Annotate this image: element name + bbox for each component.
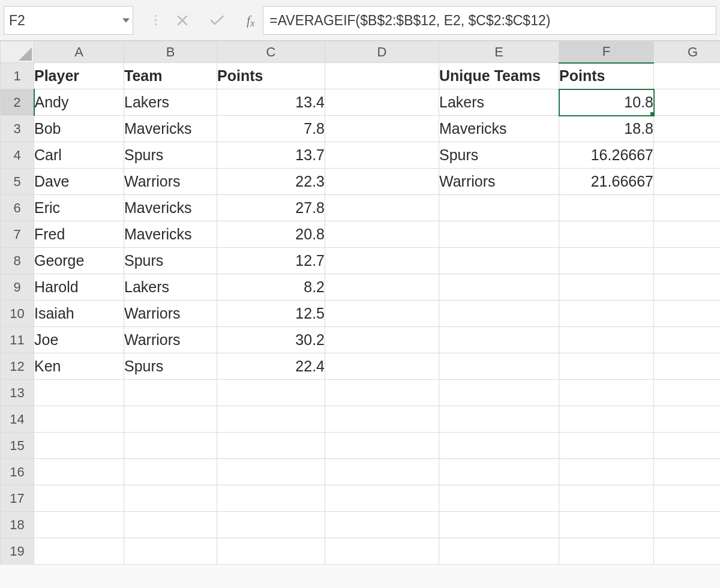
cell-C15[interactable] (217, 433, 325, 459)
row-header-5[interactable]: 5 (1, 169, 34, 195)
cell-G15[interactable] (654, 433, 721, 459)
cell-E9[interactable] (439, 274, 559, 301)
cell-E4[interactable]: Spurs (439, 142, 559, 169)
formula-input[interactable]: =AVERAGEIF($B$2:$B$12, E2, $C$2:$C$12) (263, 6, 716, 35)
cell-D8[interactable] (325, 248, 439, 274)
cell-D11[interactable] (325, 327, 439, 353)
cell-G2[interactable] (654, 89, 721, 116)
cell-D14[interactable] (325, 406, 439, 433)
cell-B11[interactable]: Warriors (124, 327, 217, 353)
cell-A5[interactable]: Dave (34, 169, 124, 195)
cell-A16[interactable] (34, 459, 124, 485)
cell-B2[interactable]: Lakers (124, 89, 217, 116)
accept-icon[interactable] (208, 11, 226, 29)
row-header-18[interactable]: 18 (1, 512, 34, 538)
cell-A18[interactable] (34, 512, 124, 538)
cell-E6[interactable] (439, 195, 559, 221)
cell-A13[interactable] (34, 380, 124, 406)
spreadsheet-grid[interactable]: ABCDEFG1PlayerTeamPointsUnique TeamsPoin… (0, 41, 720, 565)
cell-F6[interactable] (559, 195, 654, 221)
row-header-12[interactable]: 12 (1, 353, 34, 380)
cell-E8[interactable] (439, 248, 559, 274)
cell-B18[interactable] (124, 512, 217, 538)
column-header-A[interactable]: A (34, 41, 124, 63)
cell-D9[interactable] (325, 274, 439, 301)
cell-C2[interactable]: 13.4 (217, 89, 325, 116)
cell-E2[interactable]: Lakers (439, 89, 559, 116)
column-header-G[interactable]: G (654, 41, 721, 63)
cell-F5[interactable]: 21.66667 (559, 169, 654, 195)
cell-B6[interactable]: Mavericks (124, 195, 217, 221)
cell-F19[interactable] (559, 538, 654, 565)
cell-G10[interactable] (654, 301, 721, 327)
cell-G4[interactable] (654, 142, 721, 169)
row-header-6[interactable]: 6 (1, 195, 34, 221)
cell-B14[interactable] (124, 406, 217, 433)
row-header-7[interactable]: 7 (1, 221, 34, 248)
cell-C8[interactable]: 12.7 (217, 248, 325, 274)
cell-E5[interactable]: Warriors (439, 169, 559, 195)
cell-B8[interactable]: Spurs (124, 248, 217, 274)
cell-C11[interactable]: 30.2 (217, 327, 325, 353)
row-header-10[interactable]: 10 (1, 301, 34, 327)
cell-A10[interactable]: Isaiah (34, 301, 124, 327)
cell-B3[interactable]: Mavericks (124, 116, 217, 142)
cell-F16[interactable] (559, 459, 654, 485)
cell-G3[interactable] (654, 116, 721, 142)
column-header-C[interactable]: C (217, 41, 325, 63)
column-header-B[interactable]: B (124, 41, 217, 63)
cell-C16[interactable] (217, 459, 325, 485)
cell-D7[interactable] (325, 221, 439, 248)
cell-G18[interactable] (654, 512, 721, 538)
cell-D16[interactable] (325, 459, 439, 485)
cell-A2[interactable]: Andy (34, 89, 124, 116)
cell-B9[interactable]: Lakers (124, 274, 217, 301)
column-header-D[interactable]: D (325, 41, 439, 63)
cell-F1[interactable]: Points (559, 63, 654, 89)
cell-F10[interactable] (559, 301, 654, 327)
row-header-17[interactable]: 17 (1, 485, 34, 512)
cell-E13[interactable] (439, 380, 559, 406)
cell-E12[interactable] (439, 353, 559, 380)
cell-E3[interactable]: Mavericks (439, 116, 559, 142)
cell-B13[interactable] (124, 380, 217, 406)
cell-G11[interactable] (654, 327, 721, 353)
cell-G19[interactable] (654, 538, 721, 565)
cell-E18[interactable] (439, 512, 559, 538)
cell-G8[interactable] (654, 248, 721, 274)
cell-C3[interactable]: 7.8 (217, 116, 325, 142)
row-header-19[interactable]: 19 (1, 538, 34, 565)
cell-E17[interactable] (439, 485, 559, 512)
cell-C1[interactable]: Points (217, 63, 325, 89)
cell-G1[interactable] (654, 63, 721, 89)
cell-G13[interactable] (654, 380, 721, 406)
cell-G7[interactable] (654, 221, 721, 248)
cell-G5[interactable] (654, 169, 721, 195)
row-header-3[interactable]: 3 (1, 116, 34, 142)
select-all-corner[interactable] (1, 41, 34, 63)
cell-B12[interactable]: Spurs (124, 353, 217, 380)
cell-B1[interactable]: Team (124, 63, 217, 89)
cell-G16[interactable] (654, 459, 721, 485)
cell-F18[interactable] (559, 512, 654, 538)
cell-D2[interactable] (325, 89, 439, 116)
cell-E1[interactable]: Unique Teams (439, 63, 559, 89)
cell-F11[interactable] (559, 327, 654, 353)
cell-C13[interactable] (217, 380, 325, 406)
cell-A17[interactable] (34, 485, 124, 512)
row-header-4[interactable]: 4 (1, 142, 34, 169)
row-header-8[interactable]: 8 (1, 248, 34, 274)
cell-A19[interactable] (34, 538, 124, 565)
cell-B4[interactable]: Spurs (124, 142, 217, 169)
cell-A1[interactable]: Player (34, 63, 124, 89)
cell-F8[interactable] (559, 248, 654, 274)
cell-A4[interactable]: Carl (34, 142, 124, 169)
cell-F15[interactable] (559, 433, 654, 459)
cell-D5[interactable] (325, 169, 439, 195)
cell-A9[interactable]: Harold (34, 274, 124, 301)
cell-C5[interactable]: 22.3 (217, 169, 325, 195)
cell-F4[interactable]: 16.26667 (559, 142, 654, 169)
cell-F12[interactable] (559, 353, 654, 380)
row-header-9[interactable]: 9 (1, 274, 34, 301)
cell-C4[interactable]: 13.7 (217, 142, 325, 169)
